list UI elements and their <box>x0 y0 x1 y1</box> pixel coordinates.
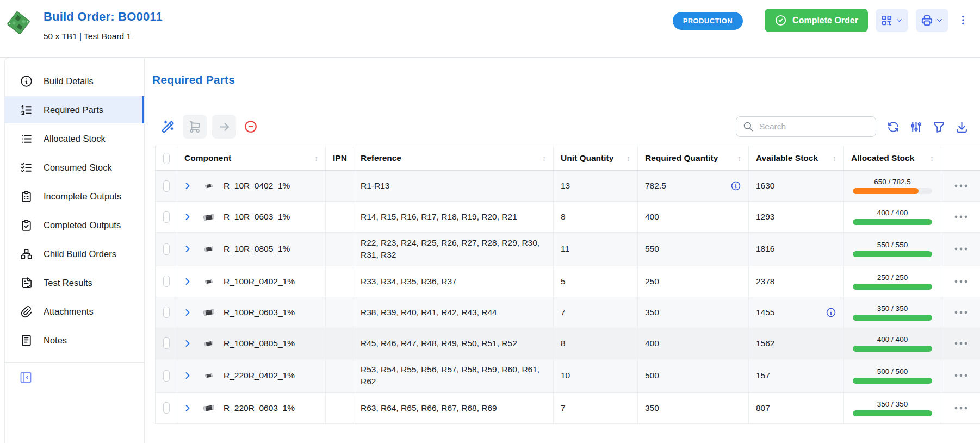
sidebar-item-child-build-orders[interactable]: Child Build Orders <box>5 240 144 267</box>
row-checkbox[interactable] <box>163 180 170 192</box>
row-actions-menu-icon[interactable] <box>954 214 968 220</box>
row-actions-cell <box>941 328 980 359</box>
component-cell: R_100R_0603_1% <box>177 297 326 328</box>
component-name-link[interactable]: R_10R_0805_1% <box>224 244 290 254</box>
column-header-component[interactable]: Component ↕ <box>177 146 326 170</box>
row-actions-menu-icon[interactable] <box>954 373 968 378</box>
allocation-progress-label: 350 / 350 <box>877 400 908 408</box>
available-stock-cell: 807 <box>749 393 844 423</box>
required-quantity-cell: 400 <box>638 328 749 359</box>
expand-row-chevron-icon[interactable] <box>182 211 193 222</box>
sidebar-item-attachments[interactable]: Attachments <box>5 298 144 325</box>
component-name-link[interactable]: R_100R_0603_1% <box>224 308 295 317</box>
row-select-cell <box>156 328 177 359</box>
component-thumbnail <box>201 213 217 221</box>
sidebar-item-test-results[interactable]: Test Results <box>5 269 144 296</box>
sidebar-item-consumed-stock[interactable]: Consumed Stock <box>5 154 144 181</box>
allocation-progress-bar <box>853 378 932 384</box>
table-row[interactable]: R_10R_0805_1% R22, R23, R24, R25, R26, R… <box>156 233 980 266</box>
allocation-progress-label: 650 / 782.5 <box>874 178 911 186</box>
sidebar-item-build-details[interactable]: Build Details <box>5 67 144 95</box>
column-header-unit-quantity[interactable]: Unit Quantity ↕ <box>554 146 638 170</box>
table-row[interactable]: R_100R_0603_1% R38, R39, R40, R41, R42, … <box>156 297 980 328</box>
row-checkbox[interactable] <box>163 307 170 318</box>
component-name-link[interactable]: R_10R_0402_1% <box>224 181 290 191</box>
complete-order-button[interactable]: Complete Order <box>765 9 868 32</box>
row-checkbox[interactable] <box>163 402 170 414</box>
column-header-ipn[interactable]: IPN <box>326 146 353 170</box>
paperclip-icon <box>20 305 33 318</box>
sidebar-item-allocated-stock[interactable]: Allocated Stock <box>5 125 144 152</box>
expand-row-chevron-icon[interactable] <box>182 403 193 414</box>
select-all-checkbox[interactable] <box>163 153 170 164</box>
row-actions-menu-icon[interactable] <box>954 183 968 189</box>
part-thumbnail-image <box>7 10 30 36</box>
filter-button[interactable] <box>932 120 946 134</box>
table-row[interactable]: R_10R_0402_1% R1-R13 13 782.5 1630 650 /… <box>156 171 980 202</box>
column-header-reference[interactable]: Reference ↕ <box>353 146 554 170</box>
row-actions-menu-icon[interactable] <box>954 246 968 252</box>
column-header-required-quantity[interactable]: Required Quantity ↕ <box>638 146 749 170</box>
sidebar-item-incomplete-outputs[interactable]: Incomplete Outputs <box>5 183 144 210</box>
row-checkbox[interactable] <box>163 211 170 223</box>
row-select-cell <box>156 297 177 328</box>
row-select-cell <box>156 202 177 232</box>
print-actions-button[interactable] <box>916 9 948 32</box>
row-actions-menu-icon[interactable] <box>954 310 968 315</box>
expand-row-chevron-icon[interactable] <box>182 243 193 254</box>
info-circle-icon <box>20 74 33 88</box>
component-name-link[interactable]: R_100R_0402_1% <box>224 277 295 286</box>
component-name-link[interactable]: R_100R_0805_1% <box>224 339 295 348</box>
row-checkbox[interactable] <box>163 276 170 287</box>
refresh-button[interactable] <box>886 120 900 134</box>
row-select-cell <box>156 359 177 392</box>
row-checkbox[interactable] <box>163 370 170 382</box>
table-row[interactable]: R_100R_0805_1% R45, R46, R47, R48, R49, … <box>156 328 980 359</box>
sidebar-item-required-parts[interactable]: Required Parts <box>5 96 144 123</box>
more-actions-icon[interactable] <box>957 14 969 28</box>
required-quantity-cell: 400 <box>638 202 749 232</box>
expand-row-chevron-icon[interactable] <box>182 276 193 287</box>
component-cell: R_220R_0603_1% <box>177 393 326 423</box>
available-stock-cell: 1816 <box>749 233 844 266</box>
component-name-link[interactable]: R_220R_0402_1% <box>224 371 295 380</box>
row-actions-menu-icon[interactable] <box>954 341 968 346</box>
expand-row-chevron-icon[interactable] <box>182 338 193 349</box>
expand-row-chevron-icon[interactable] <box>182 180 193 191</box>
sidebar-item-notes[interactable]: Notes <box>5 327 144 354</box>
order-parts-button[interactable] <box>183 115 207 139</box>
table-row[interactable]: R_220R_0402_1% R53, R54, R55, R56, R57, … <box>156 359 980 393</box>
collapse-sidebar-button[interactable] <box>18 370 33 385</box>
unit-quantity-cell: 11 <box>554 233 638 266</box>
allocation-progress-label: 550 / 550 <box>877 241 908 249</box>
column-header-available-stock[interactable]: Available Stock ↕ <box>749 146 844 170</box>
table-options-button[interactable] <box>909 120 923 134</box>
transfer-stock-button[interactable] <box>212 115 236 139</box>
arrow-right-icon <box>218 120 231 134</box>
table-row[interactable]: R_10R_0603_1% R14, R15, R16, R17, R18, R… <box>156 202 980 233</box>
info-icon[interactable] <box>730 180 741 191</box>
expand-row-chevron-icon[interactable] <box>182 307 193 318</box>
row-checkbox[interactable] <box>163 243 170 255</box>
allocation-progress-bar <box>853 188 932 194</box>
column-header-allocated-stock[interactable]: Allocated Stock ↕ <box>844 146 941 170</box>
table-row[interactable]: R_100R_0402_1% R33, R34, R35, R36, R37 5… <box>156 266 980 297</box>
row-actions-menu-icon[interactable] <box>954 279 968 284</box>
chevron-down-icon <box>895 16 903 24</box>
row-actions-cell <box>941 297 980 328</box>
info-icon[interactable] <box>826 307 836 318</box>
deallocate-stock-button[interactable] <box>241 117 260 136</box>
download-button[interactable] <box>955 120 969 134</box>
auto-allocate-button[interactable] <box>158 117 177 136</box>
component-name-link[interactable]: R_10R_0603_1% <box>224 212 290 222</box>
component-name-link[interactable]: R_220R_0603_1% <box>224 403 295 413</box>
row-actions-menu-icon[interactable] <box>954 405 968 411</box>
barcode-actions-button[interactable] <box>876 9 908 32</box>
expand-row-chevron-icon[interactable] <box>182 370 193 381</box>
row-checkbox[interactable] <box>163 337 170 349</box>
search-input[interactable] <box>759 122 869 132</box>
build-order-sidebar: Build Details Required Parts Allocated S… <box>5 58 145 443</box>
allocated-stock-cell: 350 / 350 <box>844 297 941 328</box>
table-row[interactable]: R_220R_0603_1% R63, R64, R65, R66, R67, … <box>156 393 980 424</box>
sidebar-item-completed-outputs[interactable]: Completed Outputs <box>5 211 144 239</box>
